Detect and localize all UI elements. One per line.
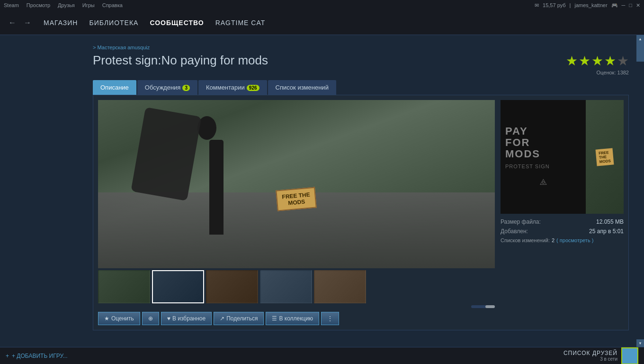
thumbnail-1[interactable]	[98, 270, 150, 303]
favorite-button[interactable]: ♥ В избранное	[161, 312, 212, 325]
mod-preview-inner: PAY FOR MODS PROTEST SIGN ⟁ FREETHEMO	[501, 100, 624, 214]
breadcrumb[interactable]: > Мастерская amusquiz	[93, 45, 629, 53]
scroll-down-button[interactable]: ▼	[636, 339, 644, 347]
thumb-5-content	[315, 271, 365, 302]
thumbnails-strip	[98, 270, 495, 303]
skyrim-logo: ⟁	[505, 173, 581, 188]
scroll-up-button[interactable]: ▲	[636, 35, 644, 43]
mod-preview-subtitle: PROTEST SIGN	[505, 164, 581, 169]
extra-button[interactable]: ⊕	[142, 312, 159, 325]
menu-help[interactable]: Справка	[102, 2, 123, 8]
star-1: ★	[566, 53, 578, 69]
collection-button[interactable]: ☰ В коллекцию	[266, 312, 319, 325]
nav-library[interactable]: БИБЛИОТЕКА	[89, 19, 138, 27]
left-sidebar	[0, 35, 85, 347]
nav-links: МАГАЗИН БИБЛИОТЕКА СООБЩЕСТВО RAGTIME CA…	[44, 19, 265, 27]
mod-preview-title-line1: PAY	[505, 126, 581, 137]
thumb-3-content	[207, 271, 257, 302]
right-scrollbar: ▲ ▼	[636, 35, 644, 347]
thumb-scroll-thumb[interactable]	[485, 305, 495, 308]
content-area: > Мастерская amusquiz Protest sign:No pa…	[85, 35, 636, 347]
mod-preview-title-line2: FOR	[505, 137, 581, 148]
mod-preview-left: PAY FOR MODS PROTEST SIGN ⟁	[501, 100, 586, 214]
content-wrapper: > Мастерская amusquiz Protest sign:No pa…	[85, 40, 636, 335]
menu-games[interactable]: Игры	[82, 2, 95, 8]
file-size-value: 12.055 MB	[596, 218, 624, 225]
character-scene: FREE THE MODS	[98, 100, 495, 268]
mod-preview-image: PAY FOR MODS PROTEST SIGN ⟁ FREETHEMO	[501, 100, 624, 214]
thumb-4-content	[261, 271, 311, 302]
mod-preview-right: FREETHEMODS	[586, 100, 624, 214]
tab-changelog[interactable]: Список изменений	[268, 80, 336, 95]
tab-comments[interactable]: Комментарии926	[198, 80, 267, 95]
share-icon: ↗	[220, 315, 224, 322]
menu-view[interactable]: Просмотр	[27, 2, 50, 8]
added-value: 25 апр в 5:01	[589, 228, 624, 235]
nav-ragtime-cat[interactable]: RAGTIME CAT	[215, 19, 266, 27]
scroll-track[interactable]	[636, 43, 644, 339]
heart-icon: ♥	[167, 315, 170, 322]
system-bar-left: Steam Просмотр Друзья Игры Справка	[4, 2, 123, 8]
nav-community[interactable]: СООБЩЕСТВО	[150, 19, 204, 27]
add-game-button[interactable]: + + ДОБАВИТЬ ИГРУ...	[6, 353, 68, 359]
page-title-area: Protest sign:No paying for mods ★ ★ ★ ★ …	[93, 53, 629, 80]
action-buttons: ★ Оценить ⊕ ♥ В избранное ↗ Поделиться	[98, 312, 495, 325]
thumbnail-2[interactable]	[152, 270, 204, 303]
rate-button[interactable]: ★ Оценить	[98, 312, 140, 325]
friend-avatar	[621, 347, 638, 364]
bottom-bar: + + ДОБАВИТЬ ИГРУ... СПИСОК ДРУЗЕЙ 3 в с…	[0, 347, 644, 364]
menu-friends[interactable]: Друзья	[58, 2, 75, 8]
star-2: ★	[579, 53, 590, 69]
thumbnail-scrollbar	[98, 305, 495, 308]
thumbnail-4[interactable]	[260, 270, 312, 303]
main-image[interactable]: FREE THE MODS	[98, 100, 495, 268]
nav-bar: ← → МАГАЗИН БИБЛИОТЕКА СООБЩЕСТВО RAGTIM…	[0, 10, 644, 35]
nav-store[interactable]: МАГАЗИН	[44, 19, 78, 27]
menu-steam[interactable]: Steam	[4, 2, 19, 8]
friends-list-title: СПИСОК ДРУЗЕЙ	[564, 350, 617, 356]
maximize-button[interactable]: □	[629, 2, 632, 8]
system-bar: Steam Просмотр Друзья Игры Справка ✉ 15,…	[0, 0, 644, 10]
star-4: ★	[604, 53, 616, 69]
close-button[interactable]: ✕	[636, 2, 640, 9]
page-title: Protest sign:No paying for mods	[93, 53, 268, 68]
thumb-1-content	[99, 271, 149, 302]
tabs-bar: Описание Обсуждения3 Комментарии926 Спис…	[93, 80, 629, 95]
username-display: |	[570, 2, 571, 8]
thumb-2-content	[153, 271, 203, 302]
changelog-row: Списков изменений: 2 ( просмотреть )	[501, 237, 624, 243]
mod-info-sidebar: PAY FOR MODS PROTEST SIGN ⟁ FREETHEMO	[501, 100, 624, 325]
minimize-button[interactable]: ─	[622, 2, 626, 8]
back-button[interactable]: ←	[6, 17, 19, 29]
collection-icon: ☰	[272, 315, 277, 322]
media-section: FREE THE MODS	[98, 100, 495, 325]
rate-icon: ★	[104, 315, 109, 322]
content-panel: FREE THE MODS	[93, 95, 629, 330]
plus-icon: +	[6, 353, 9, 359]
main-area: > Мастерская amusquiz Protest sign:No pa…	[0, 35, 644, 347]
friends-list-label: СПИСОК ДРУЗЕЙ 3 в сети	[564, 350, 617, 362]
add-game-label: + ДОБАВИТЬ ИГРУ...	[12, 353, 67, 359]
scroll-thumb[interactable]	[636, 43, 644, 62]
changelog-count: 2	[552, 237, 555, 243]
character-torso	[209, 140, 224, 235]
thumbnail-3[interactable]	[206, 270, 258, 303]
balance-display: 15,57 руб	[543, 2, 566, 8]
mod-file-info: Размер файла: 12.055 MB Добавлен: 25 апр…	[501, 214, 624, 248]
thumb-scroll-track[interactable]	[471, 305, 495, 308]
notification-icon: ✉	[535, 2, 539, 9]
mod-preview-title-line3: MODS	[505, 148, 581, 160]
protest-sign: FREE THE MODS	[276, 187, 317, 211]
more-button[interactable]: ⋮	[321, 312, 339, 325]
forward-button[interactable]: →	[21, 17, 34, 29]
friends-list-area[interactable]: СПИСОК ДРУЗЕЙ 3 в сети	[564, 347, 638, 364]
share-button[interactable]: ↗ Поделиться	[214, 312, 264, 325]
tab-discussions[interactable]: Обсуждения3	[137, 80, 197, 95]
added-label: Добавлен:	[501, 228, 528, 235]
thumbnail-5[interactable]	[314, 270, 366, 303]
tab-description[interactable]: Описание	[93, 80, 136, 95]
changelog-link[interactable]: ( просмотреть )	[556, 237, 593, 243]
star-5: ★	[617, 53, 629, 69]
changelog-label: Списков изменений:	[501, 237, 550, 243]
username-label: james_kattner	[574, 2, 607, 8]
